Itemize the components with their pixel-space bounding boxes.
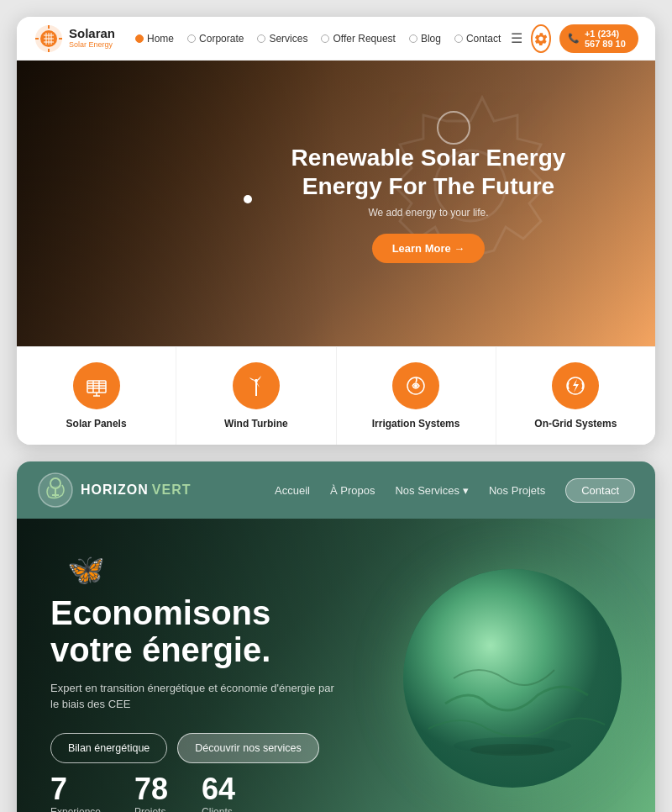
horizon-logo-icon bbox=[37, 472, 74, 509]
horizon-hero: 🦋 bbox=[17, 519, 655, 812]
on-grid-icon bbox=[552, 362, 599, 409]
nav-home-indicator bbox=[135, 34, 144, 43]
horizon-navbar: HORIZON VERT Accueil À Propos Nos Servic… bbox=[17, 461, 655, 519]
solaran-nav-right: ☰ 📞 +1 (234) 567 89 10 bbox=[511, 24, 638, 53]
globe-orb bbox=[403, 569, 622, 788]
horizon-nav-apropos[interactable]: À Propos bbox=[330, 484, 375, 497]
hero-small-circle bbox=[437, 111, 470, 145]
butterfly-decoration: 🦋 bbox=[67, 552, 105, 588]
wind-turbine-icon bbox=[233, 362, 280, 409]
stat-clients-label: Clients bbox=[202, 806, 235, 812]
solaran-brand-name: Solaran bbox=[69, 27, 115, 41]
horizon-nav-accueil[interactable]: Accueil bbox=[275, 484, 310, 497]
stat-projets-label: Projets bbox=[134, 806, 168, 812]
horizon-card: HORIZON VERT Accueil À Propos Nos Servic… bbox=[17, 461, 655, 812]
on-grid-label: On-Grid Systems bbox=[534, 418, 617, 430]
nav-corporate-indicator bbox=[187, 34, 196, 43]
nav-blog-label: Blog bbox=[421, 33, 441, 45]
stat-clients-number: 64 bbox=[202, 774, 235, 804]
solaran-card: Solaran Solar Energy Home Corporate Serv… bbox=[17, 17, 655, 445]
nav-services-label: Services bbox=[269, 33, 307, 45]
solaran-navbar: Solaran Solar Energy Home Corporate Serv… bbox=[17, 17, 655, 61]
solaran-hero: Renewable Solar Energy Energy For The Fu… bbox=[17, 61, 655, 346]
solaran-logo[interactable]: Solaran Solar Energy bbox=[34, 24, 115, 54]
svg-point-30 bbox=[470, 744, 554, 756]
irrigation-icon bbox=[392, 362, 439, 409]
horizon-title: Economisons votre énergie. bbox=[50, 594, 334, 668]
stat-clients: 64 Clients bbox=[202, 774, 235, 812]
horizon-hero-content: Economisons votre énergie. Expert en tra… bbox=[17, 594, 368, 763]
nav-home[interactable]: Home bbox=[130, 29, 179, 48]
hamburger-icon[interactable]: ☰ bbox=[511, 30, 522, 46]
nav-contact[interactable]: Contact bbox=[449, 29, 506, 48]
service-wind-turbine[interactable]: Wind Turbine bbox=[176, 347, 336, 445]
horizon-buttons: Bilan énergétique Découvrir nos services bbox=[50, 733, 334, 763]
nav-services-indicator bbox=[257, 34, 265, 43]
solaran-brand-sub: Solar Energy bbox=[69, 41, 115, 50]
solar-panels-label: Solar Panels bbox=[66, 418, 127, 430]
decouvrir-button[interactable]: Découvrir nos services bbox=[177, 733, 318, 763]
horizon-description: Expert en transition énergétique et écon… bbox=[50, 680, 334, 713]
stat-experience-number: 7 bbox=[50, 774, 101, 804]
hero-content: Renewable Solar Energy Energy For The Fu… bbox=[202, 144, 655, 263]
horizon-logo[interactable]: HORIZON VERT bbox=[37, 472, 191, 509]
horizon-contact-button[interactable]: Contact bbox=[565, 478, 635, 503]
nav-blog[interactable]: Blog bbox=[404, 29, 446, 48]
solaran-nav-links: Home Corporate Services Offer Request Bl… bbox=[130, 29, 506, 48]
horizon-nav-services[interactable]: Nos Services ▾ bbox=[395, 484, 469, 497]
service-solar-panels[interactable]: Solar Panels bbox=[17, 347, 176, 445]
stat-projets: 78 Projets bbox=[134, 774, 168, 812]
nav-contact-indicator bbox=[454, 34, 463, 43]
nav-corporate-label: Corporate bbox=[199, 33, 244, 45]
wind-turbine-label: Wind Turbine bbox=[224, 418, 288, 430]
nav-contact-label: Contact bbox=[466, 33, 501, 45]
svg-rect-13 bbox=[87, 381, 106, 393]
gear-icon[interactable] bbox=[531, 24, 551, 53]
hero-title: Renewable Solar Energy Energy For The Fu… bbox=[291, 144, 566, 200]
solar-panels-icon bbox=[73, 362, 120, 409]
horizon-stats: 7 Experience 78 Projets 64 Clients bbox=[50, 774, 235, 812]
bilan-button[interactable]: Bilan énergétique bbox=[50, 733, 167, 763]
hero-subtitle: We add energy to your life. bbox=[368, 207, 488, 219]
dropdown-arrow-icon: ▾ bbox=[463, 484, 469, 497]
nav-offer-indicator bbox=[321, 34, 329, 43]
stat-projets-number: 78 bbox=[134, 774, 168, 804]
nav-offer-label: Offer Request bbox=[333, 33, 395, 45]
horizon-nav-links: Accueil À Propos Nos Services ▾ Nos Proj… bbox=[275, 478, 635, 503]
nav-blog-indicator bbox=[409, 34, 417, 43]
irrigation-label: Irrigation Systems bbox=[372, 418, 460, 430]
solaran-logo-icon bbox=[34, 24, 64, 54]
svg-point-24 bbox=[414, 384, 417, 388]
nav-services[interactable]: Services bbox=[252, 29, 312, 48]
hero-cta-button[interactable]: Learn More → bbox=[372, 234, 486, 263]
horizon-brand2: VERT bbox=[152, 482, 192, 498]
stat-experience-label: Experience bbox=[50, 806, 101, 812]
nav-offer-request[interactable]: Offer Request bbox=[316, 29, 400, 48]
nav-home-label: Home bbox=[147, 33, 174, 45]
horizon-nav-projets[interactable]: Nos Projets bbox=[489, 484, 545, 497]
horizon-brand1: HORIZON bbox=[81, 482, 149, 498]
service-irrigation[interactable]: Irrigation Systems bbox=[337, 347, 496, 445]
services-row: Solar Panels Wind Turbine bbox=[17, 346, 655, 445]
nav-corporate[interactable]: Corporate bbox=[182, 29, 249, 48]
phone-number: +1 (234) 567 89 10 bbox=[585, 29, 630, 49]
phone-badge[interactable]: 📞 +1 (234) 567 89 10 bbox=[559, 24, 638, 53]
stat-experience: 7 Experience bbox=[50, 774, 101, 812]
phone-icon: 📞 bbox=[568, 33, 580, 44]
service-on-grid[interactable]: On-Grid Systems bbox=[496, 347, 655, 445]
